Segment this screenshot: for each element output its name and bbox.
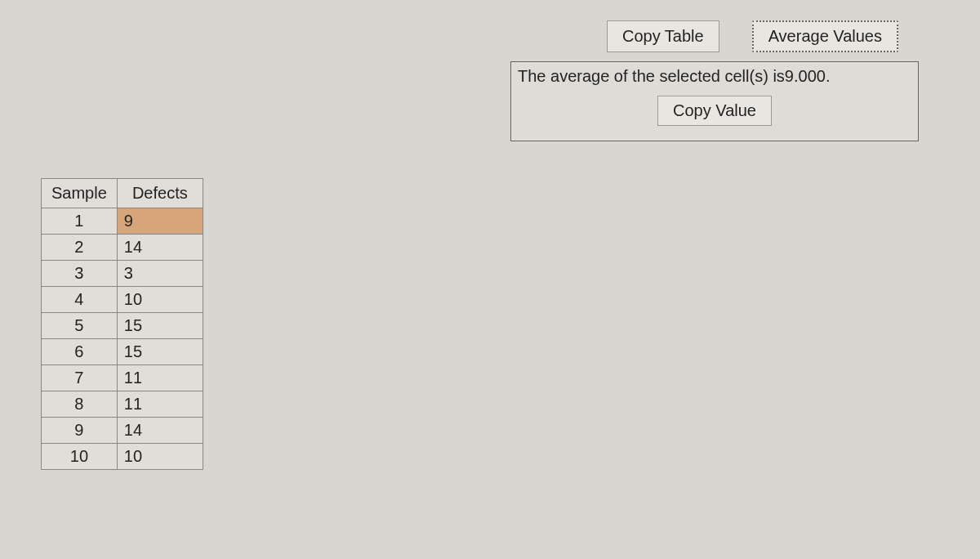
cell-sample[interactable]: 10 [42,444,118,470]
result-value: 9.000 [785,67,826,85]
table-row[interactable]: 615 [42,339,203,365]
table-header-row: Sample Defects [42,179,203,208]
copy-table-button[interactable]: Copy Table [607,20,719,52]
header-sample: Sample [42,179,118,208]
table-row[interactable]: 515 [42,313,203,339]
table-row[interactable]: 19 [42,208,203,235]
cell-defects[interactable]: 15 [117,313,203,339]
cell-sample[interactable]: 2 [42,235,118,261]
cell-defects[interactable]: 10 [117,287,203,313]
cell-sample[interactable]: 5 [42,313,118,339]
result-panel: The average of the selected cell(s) is9.… [510,61,919,141]
table-row[interactable]: 410 [42,287,203,313]
cell-sample[interactable]: 3 [42,261,118,287]
cell-sample[interactable]: 9 [42,418,118,444]
table-row[interactable]: 711 [42,365,203,391]
cell-sample[interactable]: 7 [42,365,118,391]
cell-sample[interactable]: 4 [42,287,118,313]
header-defects: Defects [117,179,203,208]
cell-sample[interactable]: 8 [42,391,118,418]
table-row[interactable]: 214 [42,235,203,261]
copy-value-button[interactable]: Copy Value [657,96,772,126]
result-suffix: . [826,67,831,85]
cell-defects[interactable]: 15 [117,339,203,365]
average-values-button[interactable]: Average Values [752,20,898,52]
result-text: The average of the selected cell(s) is9.… [518,67,911,86]
cell-sample[interactable]: 1 [42,208,118,235]
table-row[interactable]: 1010 [42,444,203,470]
cell-defects[interactable]: 14 [117,418,203,444]
cell-sample[interactable]: 6 [42,339,118,365]
table-row[interactable]: 33 [42,261,203,287]
cell-defects[interactable]: 14 [117,235,203,261]
cell-defects[interactable]: 3 [117,261,203,287]
data-table: Sample Defects 1921433410515615711811914… [41,178,203,470]
cell-defects[interactable]: 10 [117,444,203,470]
toolbar: Copy Table Average Values [607,20,898,52]
cell-defects[interactable]: 11 [117,365,203,391]
cell-defects[interactable]: 9 [117,208,203,235]
result-prefix: The average of the selected cell(s) is [518,67,785,85]
cell-defects[interactable]: 11 [117,391,203,418]
table-row[interactable]: 914 [42,418,203,444]
table-row[interactable]: 811 [42,391,203,418]
